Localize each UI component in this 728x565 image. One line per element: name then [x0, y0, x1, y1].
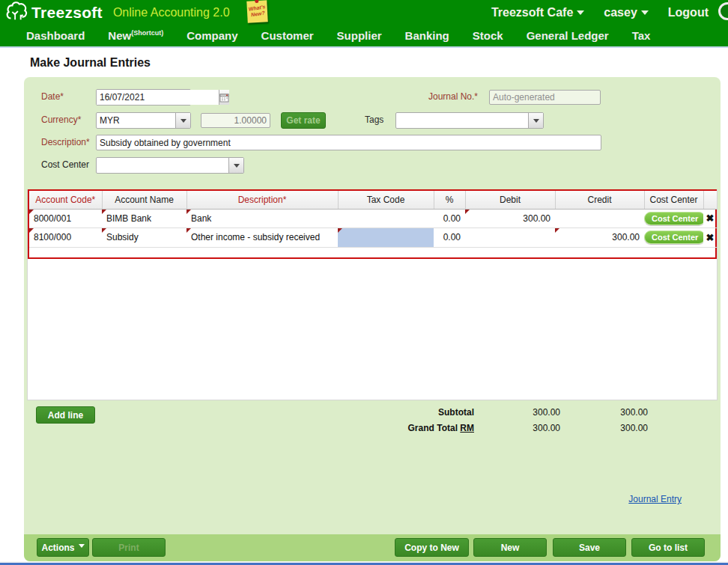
cost-center-value: [97, 158, 228, 173]
whats-new-text: What's New?: [246, 0, 268, 19]
cell-description[interactable]: Other income - subsidy received: [186, 227, 338, 247]
delete-line-icon[interactable]: ✖: [703, 209, 717, 227]
nav-customer[interactable]: Customer: [261, 29, 314, 42]
cell-debit[interactable]: [465, 227, 555, 247]
col-delete: [703, 191, 717, 209]
cell-account-code[interactable]: 8000/001: [29, 209, 102, 227]
journal-entry-link[interactable]: Journal Entry: [569, 494, 682, 504]
cell-tax-code[interactable]: [338, 209, 434, 227]
company-menu[interactable]: Treezsoft Cafe: [491, 6, 584, 19]
print-button: Print: [92, 538, 166, 557]
cost-center-button[interactable]: Cost Center: [644, 212, 703, 225]
col-description: Description*: [186, 191, 338, 209]
calendar-icon[interactable]: [219, 90, 229, 105]
product-title: Online Accounting 2.0: [113, 6, 230, 19]
col-debit: Debit: [465, 191, 555, 209]
chevron-down-icon[interactable]: [228, 158, 243, 173]
nav-tax[interactable]: Tax: [632, 29, 651, 42]
delete-line-icon[interactable]: ✖: [703, 227, 717, 247]
date-label: Date*: [41, 91, 64, 102]
new-button[interactable]: New: [473, 538, 547, 557]
app-logo[interactable]: Treezsoft: [4, 0, 103, 25]
chevron-down-icon: [577, 10, 584, 19]
page-title: Make Journal Entries: [30, 56, 728, 70]
cell-credit[interactable]: [555, 209, 644, 227]
cost-center-row: Cost Center: [24, 156, 721, 177]
col-account-code: Account Code*: [29, 191, 102, 209]
journal-lines-table: Account Code* Account Name Description* …: [29, 191, 717, 248]
nav-dashboard[interactable]: Dashboard: [26, 29, 85, 42]
exchange-rate-input: [201, 113, 270, 128]
journal-lines-area: Account Code* Account Name Description* …: [27, 189, 718, 400]
logout-button[interactable]: Logout: [668, 6, 709, 19]
journal-lines-highlight: Account Code* Account Name Description* …: [28, 189, 717, 259]
nav-banking[interactable]: Banking: [405, 29, 449, 42]
grid-header-row: Account Code* Account Name Description* …: [29, 191, 717, 209]
description-label: Description*: [41, 137, 90, 147]
table-row: 8100/000 Subsidy Other income - subsidy …: [29, 227, 717, 247]
date-row: Date* Journal No.*: [24, 88, 721, 109]
journal-no-input: [489, 90, 601, 105]
description-input[interactable]: [96, 135, 601, 150]
tree-logo-icon: [4, 0, 28, 25]
nav-company[interactable]: Company: [186, 29, 237, 42]
save-button[interactable]: Save: [553, 538, 626, 557]
nav-general-ledger[interactable]: General Ledger: [527, 29, 609, 42]
cell-debit[interactable]: 300.00: [465, 209, 555, 227]
col-credit: Credit: [555, 191, 644, 209]
cell-account-name[interactable]: BIMB Bank: [102, 209, 186, 227]
nav-new[interactable]: New(Shortcut): [108, 29, 163, 42]
currency-row: Currency* MYR Get rate Tags: [24, 111, 721, 132]
currency-label: Currency*: [41, 114, 81, 125]
chevron-down-icon[interactable]: [175, 113, 190, 128]
action-bar: Actions Print Copy to New New Save Go to…: [24, 534, 721, 561]
main-nav: Dashboard New(Shortcut) Company Customer…: [0, 25, 728, 46]
tags-value: [396, 113, 528, 128]
user-menu[interactable]: casey: [604, 6, 649, 19]
grand-total-currency[interactable]: RM: [460, 423, 474, 433]
chevron-down-icon: [641, 10, 649, 19]
empty-grid-space: [29, 248, 715, 257]
col-cost-center: Cost Center: [644, 191, 703, 209]
go-to-list-button[interactable]: Go to list: [631, 538, 705, 557]
cost-center-button[interactable]: Cost Center: [644, 230, 703, 244]
cell-account-code[interactable]: 8100/000: [29, 227, 102, 247]
cell-tax-code-selected[interactable]: [338, 227, 434, 247]
cell-account-name[interactable]: Subsidy: [102, 227, 186, 247]
nav-supplier[interactable]: Supplier: [337, 29, 382, 42]
col-tax-code: Tax Code: [338, 191, 434, 209]
col-account-name: Account Name: [102, 191, 186, 209]
get-rate-button[interactable]: Get rate: [281, 112, 326, 129]
subtotal-label: Subtotal: [324, 407, 474, 418]
brand-name: Treezsoft: [31, 4, 103, 22]
cell-percent[interactable]: 0.00: [434, 227, 465, 247]
whats-new-note[interactable]: What's New?: [246, 0, 267, 22]
description-row: Description*: [24, 133, 721, 154]
cell-percent[interactable]: 0.00: [434, 209, 465, 227]
tags-label: Tags: [365, 114, 383, 125]
currency-select[interactable]: MYR: [96, 112, 191, 129]
cost-center-select[interactable]: [96, 157, 244, 174]
actions-menu-button[interactable]: Actions: [37, 538, 89, 557]
currency-value: MYR: [97, 113, 175, 128]
copy-to-new-button[interactable]: Copy to New: [395, 538, 469, 557]
table-row: 8000/001 BIMB Bank Bank 0.00 300.00 Cost…: [29, 209, 717, 227]
cost-center-label: Cost Center: [41, 159, 89, 170]
date-picker: [96, 89, 191, 106]
grand-total-credit: 300.00: [573, 423, 648, 433]
col-percent: %: [434, 191, 465, 209]
nav-stock[interactable]: Stock: [473, 29, 503, 42]
grand-total-debit: 300.00: [485, 423, 560, 433]
tags-select[interactable]: [395, 112, 544, 129]
subtotal-debit: 300.00: [485, 407, 560, 418]
chevron-down-icon: [79, 544, 85, 551]
app-header: Treezsoft Online Accounting 2.0 What's N…: [0, 0, 728, 48]
header-right-group: Treezsoft Cafe casey Logout: [491, 6, 728, 19]
chevron-down-icon[interactable]: [528, 113, 543, 128]
nav-new-shortcut-note: (Shortcut): [131, 29, 163, 37]
header-top-row: Treezsoft Online Accounting 2.0 What's N…: [0, 0, 728, 25]
add-line-button[interactable]: Add line: [36, 406, 95, 424]
cell-credit[interactable]: 300.00: [555, 227, 644, 247]
cell-description[interactable]: Bank: [186, 209, 338, 227]
date-input[interactable]: [97, 90, 219, 105]
